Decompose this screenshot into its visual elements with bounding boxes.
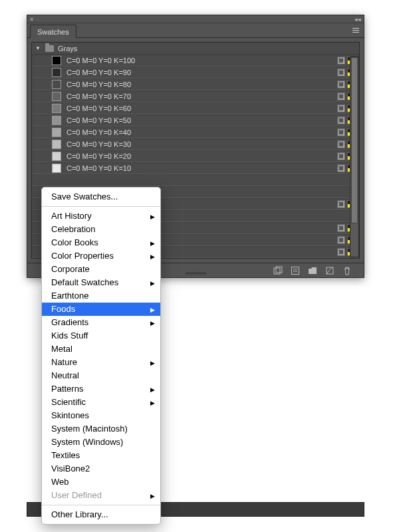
swatch-chip: [52, 152, 61, 161]
menu-item-foods[interactable]: Foods: [42, 303, 160, 316]
menu-item-art-history[interactable]: Art History: [42, 209, 160, 223]
menu-item-scientific[interactable]: Scientific: [42, 396, 160, 409]
swatch-label: C=0 M=0 Y=0 K=60: [66, 104, 131, 112]
swatch-row[interactable]: C=0 M=0 Y=0 K=60: [32, 102, 359, 114]
collapse-icon[interactable]: ◂◂: [354, 16, 361, 23]
swatch-label: C=0 M=0 Y=0 K=80: [66, 80, 131, 88]
trash-button[interactable]: [342, 266, 352, 275]
swatch-label: C=0 M=0 Y=0 K=10: [66, 164, 131, 172]
menu-item-earthtone[interactable]: Earthtone: [42, 289, 160, 303]
menu-item-nature[interactable]: Nature: [42, 356, 160, 369]
swatch-chip: [52, 56, 61, 65]
scrollbar-thumb[interactable]: [351, 57, 358, 223]
menu-item-skintones[interactable]: Skintones: [42, 409, 160, 422]
panel-titlebar[interactable]: × ◂◂: [27, 15, 364, 23]
menu-item-celebration[interactable]: Celebration: [42, 223, 160, 236]
panel-menu-icon[interactable]: [350, 25, 361, 35]
menu-item-other-library[interactable]: Other Library...: [42, 508, 160, 521]
swatch-chip: [52, 68, 61, 77]
process-color-icon: [337, 57, 345, 65]
new-group-button[interactable]: [308, 266, 317, 275]
menu-item-color-books[interactable]: Color Books: [42, 236, 160, 249]
close-icon[interactable]: ×: [30, 16, 33, 23]
menu-item-corporate[interactable]: Corporate: [42, 263, 160, 276]
new-swatch-button[interactable]: [325, 266, 334, 275]
menu-item-metal[interactable]: Metal: [42, 342, 160, 356]
swatch-label: C=0 M=0 Y=0 K=20: [66, 152, 131, 160]
process-color-icon: [337, 128, 345, 136]
menu-item-default-swatches[interactable]: Default Swatches: [42, 276, 160, 289]
menu-item-visibone2[interactable]: VisiBone2: [42, 462, 160, 475]
swatch-row[interactable]: C=0 M=0 Y=0 K=50: [32, 114, 359, 126]
library-menu-button[interactable]: [273, 266, 283, 275]
swatch-label: C=0 M=0 Y=0 K=50: [66, 116, 131, 124]
swatch-row-empty[interactable]: [32, 174, 359, 186]
svg-rect-0: [274, 268, 280, 274]
folder-label: Grays: [58, 45, 77, 53]
process-color-icon: [337, 236, 345, 244]
swatch-chip: [52, 104, 61, 113]
panel-tabbar: Swatches: [27, 23, 364, 38]
swatch-row[interactable]: C=0 M=0 Y=0 K=30: [32, 138, 359, 150]
swatch-libraries-menu: Save Swatches... Art HistoryCelebrationC…: [41, 187, 161, 525]
process-color-icon: [337, 200, 345, 208]
svg-rect-2: [292, 267, 299, 274]
swatch-row[interactable]: C=0 M=0 Y=0 K=80: [32, 78, 359, 90]
swatch-row[interactable]: C=0 M=0 Y=0 K=100: [32, 55, 359, 66]
menu-item-patterns[interactable]: Patterns: [42, 382, 160, 396]
swatch-row[interactable]: C=0 M=0 Y=0 K=70: [32, 90, 359, 102]
menu-separator: [42, 505, 160, 505]
menu-item-system-macintosh-[interactable]: System (Macintosh): [42, 422, 160, 436]
process-color-icon: [337, 68, 345, 76]
swatch-label: C=0 M=0 Y=0 K=40: [66, 128, 131, 136]
process-color-icon: [337, 92, 345, 100]
process-color-icon: [337, 140, 345, 148]
process-color-icon: [337, 164, 345, 172]
folder-icon: [45, 45, 54, 52]
menu-item-color-properties[interactable]: Color Properties: [42, 249, 160, 263]
menu-item-web[interactable]: Web: [42, 475, 160, 489]
swatch-label: C=0 M=0 Y=0 K=90: [66, 68, 131, 76]
process-color-icon: [337, 116, 345, 124]
swatch-chip: [52, 116, 61, 125]
swatch-chip: [52, 128, 61, 137]
swatch-chip: [52, 140, 61, 149]
process-color-icon: [337, 152, 345, 160]
process-color-icon: [337, 248, 345, 256]
scrollbar[interactable]: [350, 57, 359, 257]
disclosure-triangle-icon[interactable]: ▼: [35, 45, 41, 51]
folder-row-grays[interactable]: ▼ Grays: [32, 43, 359, 55]
swatch-label: C=0 M=0 Y=0 K=100: [66, 57, 135, 65]
swatch-chip: [52, 80, 61, 89]
menu-separator: [42, 206, 160, 207]
swatch-chip: [52, 92, 61, 101]
swatch-chip: [52, 164, 61, 173]
swatch-options-button[interactable]: [291, 266, 300, 275]
swatch-row[interactable]: C=0 M=0 Y=0 K=10: [32, 162, 359, 174]
tab-swatches[interactable]: Swatches: [30, 25, 76, 38]
resize-grip-icon[interactable]: [176, 272, 215, 276]
menu-item-neutral[interactable]: Neutral: [42, 369, 160, 382]
process-color-icon: [337, 104, 345, 112]
menu-item-kids-stuff[interactable]: Kids Stuff: [42, 329, 160, 342]
menu-item-gradients[interactable]: Gradients: [42, 316, 160, 329]
menu-item-save-swatches[interactable]: Save Swatches...: [42, 190, 160, 203]
menu-item-user-defined: User Defined: [42, 489, 160, 502]
swatch-row[interactable]: C=0 M=0 Y=0 K=20: [32, 150, 359, 162]
swatch-label: C=0 M=0 Y=0 K=70: [66, 92, 131, 100]
menu-item-textiles[interactable]: Textiles: [42, 449, 160, 462]
process-color-icon: [337, 80, 345, 88]
menu-item-system-windows-[interactable]: System (Windows): [42, 436, 160, 449]
swatch-row[interactable]: C=0 M=0 Y=0 K=40: [32, 126, 359, 138]
process-color-icon: [337, 224, 345, 232]
swatch-row[interactable]: C=0 M=0 Y=0 K=90: [32, 66, 359, 78]
swatch-label: C=0 M=0 Y=0 K=30: [66, 140, 131, 148]
svg-rect-1: [276, 267, 282, 273]
